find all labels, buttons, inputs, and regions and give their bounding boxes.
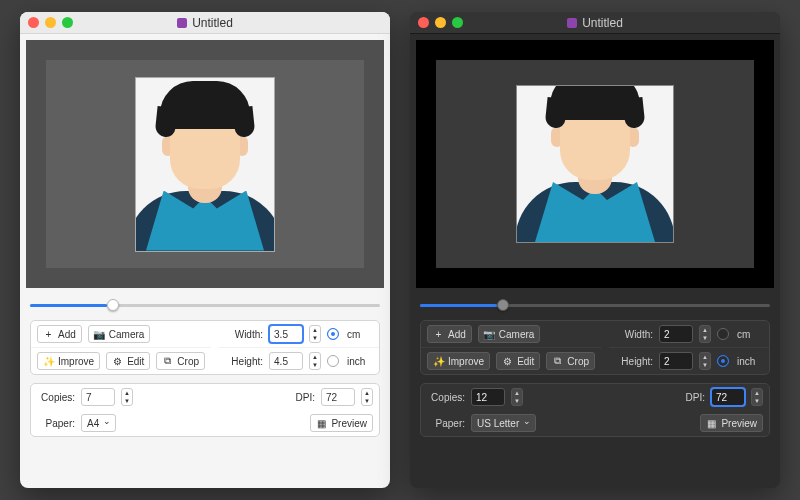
avatar-image bbox=[136, 81, 274, 251]
height-stepper[interactable]: ▲▼ bbox=[699, 352, 711, 370]
titlebar[interactable]: Untitled bbox=[410, 12, 780, 34]
camera-icon: 📷 bbox=[484, 329, 495, 340]
zoom-slider[interactable] bbox=[420, 298, 770, 312]
close-icon[interactable] bbox=[28, 17, 39, 28]
minimize-icon[interactable] bbox=[45, 17, 56, 28]
grid-icon: ▦ bbox=[706, 418, 717, 429]
crop-icon: ⧉ bbox=[552, 356, 563, 367]
width-stepper[interactable]: ▲▼ bbox=[309, 325, 321, 343]
preview-button[interactable]: ▦Preview bbox=[700, 414, 763, 432]
unit-inch-label: inch bbox=[737, 356, 755, 367]
add-button[interactable]: +Add bbox=[37, 325, 82, 343]
unit-inch-label: inch bbox=[347, 356, 365, 367]
plus-icon: + bbox=[433, 329, 444, 340]
height-label: Height: bbox=[225, 356, 263, 367]
dpi-label: DPI: bbox=[667, 392, 705, 403]
dpi-label: DPI: bbox=[277, 392, 315, 403]
copies-input[interactable]: 7 bbox=[81, 388, 115, 406]
avatar-image bbox=[525, 85, 665, 242]
add-button[interactable]: +Add bbox=[427, 325, 472, 343]
crop-icon: ⧉ bbox=[162, 356, 173, 367]
crop-button[interactable]: ⧉Crop bbox=[156, 352, 205, 370]
document-icon bbox=[177, 18, 187, 28]
minimize-icon[interactable] bbox=[435, 17, 446, 28]
dpi-input[interactable]: 72 bbox=[711, 388, 745, 406]
preview-button[interactable]: ▦Preview bbox=[310, 414, 373, 432]
zoom-icon[interactable] bbox=[62, 17, 73, 28]
plus-icon: + bbox=[43, 329, 54, 340]
zoom-slider[interactable] bbox=[30, 298, 380, 312]
camera-icon: 📷 bbox=[94, 329, 105, 340]
camera-button[interactable]: 📷Camera bbox=[88, 325, 151, 343]
camera-button[interactable]: 📷Camera bbox=[478, 325, 541, 343]
dpi-stepper[interactable]: ▲▼ bbox=[361, 388, 373, 406]
wand-icon: ✨ bbox=[43, 356, 54, 367]
copies-label: Copies: bbox=[427, 392, 465, 403]
window-dark: Untitled +Add 📷Camera bbox=[410, 12, 780, 488]
height-input[interactable]: 2 bbox=[659, 352, 693, 370]
paper-label: Paper: bbox=[427, 418, 465, 429]
close-icon[interactable] bbox=[418, 17, 429, 28]
dpi-input[interactable]: 72 bbox=[321, 388, 355, 406]
height-stepper[interactable]: ▲▼ bbox=[309, 352, 321, 370]
unit-inch-radio[interactable] bbox=[327, 355, 339, 367]
edit-button[interactable]: ⚙Edit bbox=[106, 352, 150, 370]
copies-stepper[interactable]: ▲▼ bbox=[121, 388, 133, 406]
edit-button[interactable]: ⚙Edit bbox=[496, 352, 540, 370]
wand-icon: ✨ bbox=[433, 356, 444, 367]
document-icon bbox=[567, 18, 577, 28]
unit-cm-label: cm bbox=[737, 329, 750, 340]
photo-frame[interactable] bbox=[516, 85, 674, 243]
sliders-icon: ⚙ bbox=[112, 356, 123, 367]
window-title: Untitled bbox=[410, 16, 780, 30]
improve-button[interactable]: ✨Improve bbox=[37, 352, 100, 370]
photo-frame[interactable] bbox=[135, 77, 275, 252]
width-input[interactable]: 3.5 bbox=[269, 325, 303, 343]
paper-select[interactable]: A4 bbox=[81, 414, 116, 432]
width-input[interactable]: 2 bbox=[659, 325, 693, 343]
paper-label: Paper: bbox=[37, 418, 75, 429]
titlebar[interactable]: Untitled bbox=[20, 12, 390, 34]
copies-label: Copies: bbox=[37, 392, 75, 403]
window-light: Untitled +Add 📷Camera bbox=[20, 12, 390, 488]
copies-stepper[interactable]: ▲▼ bbox=[511, 388, 523, 406]
unit-cm-label: cm bbox=[347, 329, 360, 340]
unit-inch-radio[interactable] bbox=[717, 355, 729, 367]
unit-cm-radio[interactable] bbox=[327, 328, 339, 340]
height-input[interactable]: 4.5 bbox=[269, 352, 303, 370]
width-label: Width: bbox=[615, 329, 653, 340]
unit-cm-radio[interactable] bbox=[717, 328, 729, 340]
improve-button[interactable]: ✨Improve bbox=[427, 352, 490, 370]
height-label: Height: bbox=[615, 356, 653, 367]
dpi-stepper[interactable]: ▲▼ bbox=[751, 388, 763, 406]
canvas[interactable] bbox=[26, 40, 384, 288]
grid-icon: ▦ bbox=[316, 418, 327, 429]
canvas[interactable] bbox=[416, 40, 774, 288]
width-stepper[interactable]: ▲▼ bbox=[699, 325, 711, 343]
window-title: Untitled bbox=[20, 16, 390, 30]
sliders-icon: ⚙ bbox=[502, 356, 513, 367]
paper-select[interactable]: US Letter bbox=[471, 414, 536, 432]
crop-button[interactable]: ⧉Crop bbox=[546, 352, 595, 370]
width-label: Width: bbox=[225, 329, 263, 340]
copies-input[interactable]: 12 bbox=[471, 388, 505, 406]
zoom-icon[interactable] bbox=[452, 17, 463, 28]
